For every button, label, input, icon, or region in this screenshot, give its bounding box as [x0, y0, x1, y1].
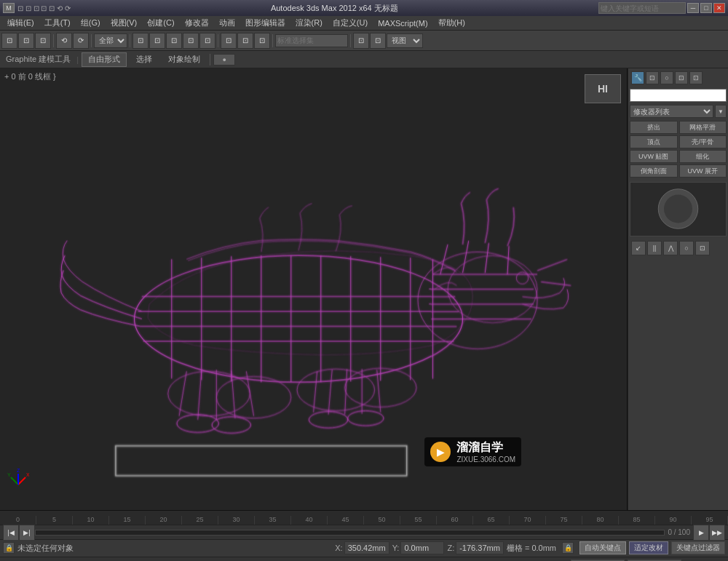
render-button[interactable]: ⊡ [353, 33, 369, 49]
close-button[interactable]: ✕ [713, 3, 725, 13]
mode-indicator: ● [213, 54, 235, 65]
menu-item-r[interactable]: 渲染(R) [291, 17, 327, 29]
menu-item-c[interactable]: 创建(C) [143, 17, 178, 29]
menu-item-u[interactable]: 自定义(U) [328, 17, 372, 29]
z-value[interactable]: -176.37mm [456, 541, 504, 554]
display-icon[interactable]: ⊡ [675, 71, 688, 84]
get-material-icon[interactable]: ↙ [631, 241, 646, 255]
shell-button[interactable]: 壳/平骨 [679, 135, 727, 148]
tab-freeform[interactable]: 自由形式 [82, 52, 127, 67]
status-bar: 🔒 未选定任何对象 X: 350.42mm Y: 0.0mm Z: -176.3… [0, 539, 728, 561]
new-button[interactable]: ⊡ [1, 33, 17, 49]
min-button[interactable]: ─ [687, 3, 699, 13]
transform-button[interactable]: ⊡ [199, 33, 215, 49]
meshsmooth-button[interactable]: 网格平滑 [679, 121, 727, 134]
tab-object-paint[interactable]: 对象绘制 [162, 52, 207, 67]
modifier-list-dropdown[interactable]: 修改器列表 [630, 105, 713, 118]
open-button[interactable]: ⊡ [18, 33, 34, 49]
titlebar-left: M ⊡ ⊡ ⊡ ⊡ ⊡ ⟲ ⟳ [3, 3, 71, 13]
separator2 [91, 34, 92, 47]
selection-set-input[interactable] [275, 34, 348, 47]
selection-button[interactable]: 适定改材 [629, 541, 668, 554]
scale-button[interactable]: ⊡ [183, 33, 199, 49]
lock-toggle[interactable]: 🔒 [562, 542, 574, 554]
filter-button[interactable]: 关键点过滤器 [671, 541, 725, 554]
menu-item-[interactable]: 动画 [215, 17, 240, 29]
y-value[interactable]: 0.0mm [400, 541, 444, 554]
menu-item-maxscriptm[interactable]: MAXScript(M) [373, 18, 432, 28]
motion-icon[interactable]: ○ [660, 71, 673, 84]
bevel-profile-button[interactable]: 倒角剖面 [630, 164, 678, 178]
timeline-track[interactable]: 0 5 10 15 20 25 30 35 40 45 50 55 60 65 … [0, 510, 728, 525]
uvw-xform-button[interactable]: UVW 展开 [679, 164, 727, 178]
layer-dropdown[interactable]: 全部 [94, 33, 127, 48]
menu-item-[interactable]: 图形编辑器 [241, 17, 290, 29]
menu-item-h[interactable]: 帮助(H) [434, 17, 470, 29]
make-unique-icon[interactable]: ⋀ [663, 241, 678, 255]
render-setup-button[interactable]: ⊡ [370, 33, 386, 49]
menu-item-e[interactable]: 编辑(E) [3, 17, 39, 29]
tab-select[interactable]: 选择 [130, 52, 159, 67]
track-50: 50 [364, 516, 400, 525]
dropdown-arrow[interactable]: ▼ [715, 105, 727, 118]
save-button[interactable]: ⊡ [35, 33, 51, 49]
track-35: 35 [255, 516, 291, 525]
prev-frame-button[interactable]: |◀ [3, 525, 19, 541]
hierarchy-icon[interactable]: ⊡ [646, 71, 659, 84]
viewport-3d[interactable]: + 0 前 0 线框 } [0, 68, 628, 510]
svg-text:X: X [26, 472, 29, 477]
next-frame-button[interactable]: ▶| [19, 525, 35, 541]
track-markers: 0 5 10 15 20 25 30 35 40 45 50 55 60 65 … [0, 511, 728, 525]
percent-button[interactable]: ⊡ [254, 33, 270, 49]
view-dropdown[interactable]: 视图 [387, 33, 423, 48]
angle-button[interactable]: ⊡ [237, 33, 253, 49]
select-button[interactable]: ⊡ [132, 33, 149, 49]
auto-key-button[interactable]: 自动关键点 [579, 541, 626, 554]
max-button[interactable]: □ [700, 3, 712, 13]
vertex-button[interactable]: 顶点 [630, 135, 678, 148]
tessellate-button[interactable]: 细化 [679, 150, 727, 163]
search-input[interactable] [598, 2, 686, 14]
x-value[interactable]: 350.42mm [344, 541, 389, 554]
snap-button[interactable]: ⊡ [221, 33, 237, 49]
menu-item-g[interactable]: 组(G) [76, 17, 105, 29]
graphite-toolbar: Graphite 建模工具 | 自由形式 选择 对象绘制 ● [0, 51, 728, 68]
undo-button[interactable]: ⟲ [56, 33, 72, 49]
play-all-button[interactable]: ▶▶ [709, 525, 725, 541]
extrude-button[interactable]: 挤出 [630, 121, 678, 134]
menu-bar: 编辑(E)工具(T)组(G)视图(V)创建(C)修改器动画图形编辑器渲染(R)自… [0, 16, 728, 31]
watermark: ▶ 溜溜自学 ZIXUE.3066.COM [424, 437, 521, 466]
menu-item-v[interactable]: 视图(V) [106, 17, 142, 29]
panel-search-input[interactable] [630, 89, 727, 102]
put-material-icon[interactable]: || [647, 241, 662, 255]
move-button[interactable]: ⊡ [149, 33, 165, 49]
coord-y: Y: 0.0mm [392, 541, 445, 554]
viewcube-label: HI [598, 83, 608, 95]
redo-button[interactable]: ⟳ [73, 33, 89, 49]
track-25: 25 [182, 516, 218, 525]
track-75: 75 [546, 516, 582, 525]
track-65: 65 [473, 516, 510, 525]
menu-item-[interactable]: 修改器 [181, 17, 213, 29]
track-70: 70 [510, 516, 546, 525]
panel-bottom-icons: ↙ || ⋀ ○ ⊡ [630, 239, 727, 257]
play-button[interactable]: ▶ [693, 525, 709, 541]
delete-modifier-icon[interactable]: ○ [679, 241, 694, 255]
utilities-icon[interactable]: ⊡ [689, 71, 703, 84]
svg-line-22 [463, 241, 469, 273]
menu-item-t[interactable]: 工具(T) [40, 17, 75, 29]
timeline-progress[interactable] [35, 530, 665, 536]
uvw-map-button[interactable]: UVW 贴图 [630, 150, 678, 163]
preview-svg [630, 183, 726, 236]
view-cube[interactable]: HI [585, 74, 621, 103]
dragon-wireframe [0, 68, 627, 510]
track-85: 85 [619, 516, 655, 525]
rotate-button[interactable]: ⊡ [166, 33, 182, 49]
coord-display: X: 350.42mm Y: 0.0mm Z: -176.37mm 栅格 = 0… [335, 541, 556, 554]
app-icon: M [3, 3, 15, 13]
track-0: 0 [0, 516, 36, 525]
timeline: |◀ ▶| 0 / 100 ▶ ▶▶ [0, 525, 728, 539]
modify-icon[interactable]: 🔧 [631, 71, 644, 84]
configure-icon[interactable]: ⊡ [695, 241, 710, 255]
svg-line-23 [485, 243, 488, 273]
